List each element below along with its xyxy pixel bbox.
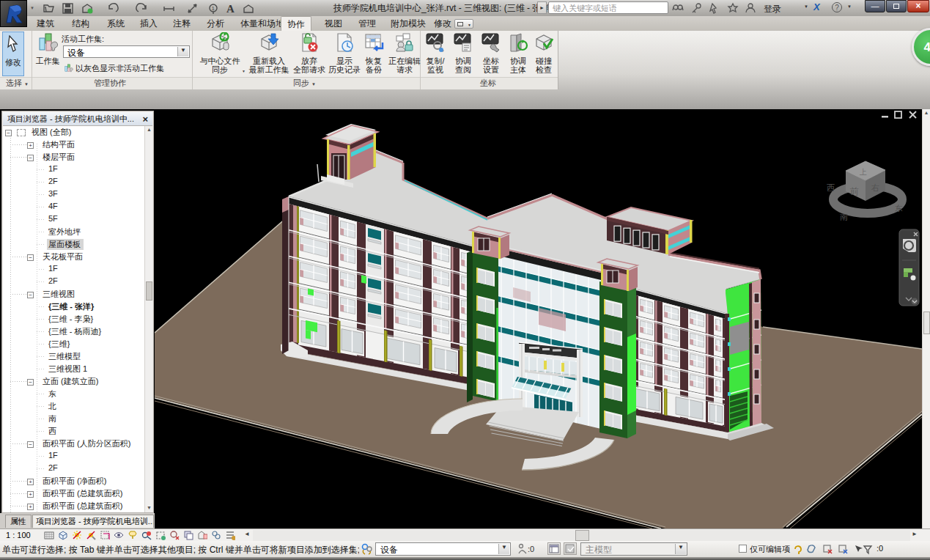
svg-text:右: 右 — [871, 183, 879, 192]
svg-text:前: 前 — [850, 186, 859, 196]
svg-text:上: 上 — [859, 168, 867, 176]
svg-text:西: 西 — [827, 183, 835, 192]
svg-text:1: 1 — [212, 5, 215, 12]
svg-text:A: A — [226, 3, 235, 15]
svg-text::0: :0 — [528, 545, 534, 553]
svg-text:东: 东 — [895, 204, 903, 213]
svg-text:南: 南 — [840, 213, 848, 221]
